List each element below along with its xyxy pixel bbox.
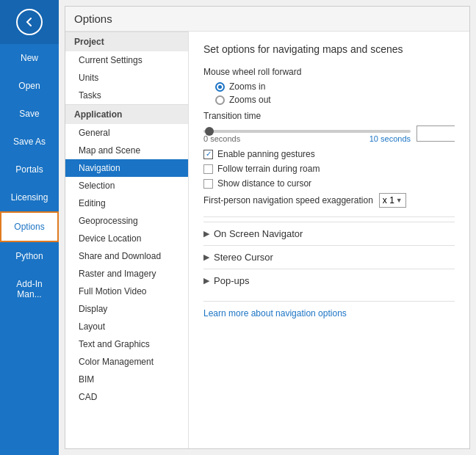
back-circle-icon <box>16 9 43 35</box>
sidebar-item-saveas[interactable]: Save As <box>0 128 59 156</box>
sidebar-item-label: Python <box>15 251 43 261</box>
tree-group-application: Application <box>65 104 188 124</box>
content-area: Set options for navigating maps and scen… <box>189 32 469 448</box>
tree-item-share-download[interactable]: Share and Download <box>65 247 188 265</box>
sidebar-item-save[interactable]: Save <box>0 100 59 128</box>
options-body: Project Current Settings Units Tasks App… <box>65 32 469 448</box>
spinner-input[interactable] <box>417 126 469 141</box>
radio-zoom-out[interactable] <box>215 95 225 105</box>
radio-row-zoom-in[interactable]: Zooms in <box>215 81 455 92</box>
sidebar-item-label: Options <box>14 222 44 232</box>
radio-zoom-in-label: Zooms in <box>229 81 265 92</box>
back-button[interactable] <box>0 0 59 44</box>
tree-item-editing[interactable]: Editing <box>65 194 188 212</box>
radio-group-zoom: Zooms in Zooms out <box>215 81 455 105</box>
tree-item-general[interactable]: General <box>65 124 188 142</box>
sidebar-item-licensing[interactable]: Licensing <box>0 183 59 211</box>
expand-arrow-stereo: ▶ <box>203 252 209 262</box>
options-panel: Options Project Current Settings Units T… <box>65 6 470 449</box>
tree-item-bim[interactable]: BIM <box>65 371 188 388</box>
expandable-label-stereo: Stereo Cursor <box>214 252 273 263</box>
speed-value: x 1 <box>383 195 394 205</box>
divider-1 <box>203 216 455 217</box>
tree-item-raster-imagery[interactable]: Raster and Imagery <box>65 265 188 283</box>
sidebar-item-python[interactable]: Python <box>0 242 59 270</box>
checkbox-row-panning[interactable]: Enable panning gestures <box>203 149 455 159</box>
expandable-header-popups: ▶ Pop-ups <box>203 275 455 286</box>
tree-item-device-location[interactable]: Device Location <box>65 230 188 247</box>
sidebar-item-open[interactable]: Open <box>0 72 59 100</box>
speed-select[interactable]: x 1 ▼ <box>379 193 406 208</box>
sidebar-item-label: Licensing <box>11 192 48 203</box>
expandable-stereo-cursor[interactable]: ▶ Stereo Cursor <box>203 245 455 269</box>
speed-dropdown-icon: ▼ <box>396 197 403 204</box>
tree-item-color-management[interactable]: Color Management <box>65 353 188 371</box>
slider-max-label: 10 seconds <box>369 134 411 143</box>
slider-labels: 0 seconds 10 seconds <box>203 134 411 143</box>
sidebar-item-label: Add-In Man... <box>3 279 56 299</box>
tree-item-geoprocessing[interactable]: Geoprocessing <box>65 212 188 230</box>
sidebar-item-new[interactable]: New <box>0 44 59 72</box>
sidebar: New Open Save Save As Portals Licensing … <box>0 0 59 455</box>
options-header: Options <box>65 7 469 32</box>
tree-item-layout[interactable]: Layout <box>65 318 188 335</box>
tree-item-selection[interactable]: Selection <box>65 177 188 194</box>
content-title: Set options for navigating maps and scen… <box>203 43 455 55</box>
slider-row: 0 seconds 10 seconds ▲ ▼ <box>203 124 455 143</box>
tree-item-current-settings[interactable]: Current Settings <box>65 51 188 69</box>
tree-item-full-motion-video[interactable]: Full Motion Video <box>65 283 188 300</box>
mouse-wheel-label: Mouse wheel roll forward <box>203 67 455 77</box>
tree-item-units[interactable]: Units <box>65 69 188 87</box>
checkbox-row-distance[interactable]: Show distance to cursor <box>203 178 455 189</box>
expandable-label-on-screen: On Screen Navigator <box>214 228 303 239</box>
link-row: Learn more about navigation options <box>203 301 455 318</box>
speed-label: First-person navigation speed exaggerati… <box>203 195 373 205</box>
sidebar-item-label: Save As <box>13 136 46 147</box>
checkbox-panning-label: Enable panning gestures <box>217 149 315 159</box>
tree-item-navigation[interactable]: Navigation <box>65 159 188 177</box>
checkbox-panning[interactable] <box>203 150 213 159</box>
expandable-label-popups: Pop-ups <box>214 275 249 286</box>
expand-arrow-popups: ▶ <box>203 276 209 285</box>
radio-zoom-out-label: Zooms out <box>229 95 271 105</box>
nav-tree-scroll[interactable]: Project Current Settings Units Tasks App… <box>65 32 188 448</box>
speed-row: First-person navigation speed exaggerati… <box>203 193 455 208</box>
tree-item-map-and-scene[interactable]: Map and Scene <box>65 142 188 159</box>
main-area: Options Project Current Settings Units T… <box>59 0 476 455</box>
slider-thumb[interactable] <box>205 127 214 136</box>
sidebar-item-label: Open <box>18 81 40 91</box>
expandable-popups[interactable]: ▶ Pop-ups <box>203 269 455 292</box>
options-title: Options <box>74 12 112 25</box>
radio-row-zoom-out[interactable]: Zooms out <box>215 95 455 105</box>
spinner-box[interactable]: ▲ ▼ <box>416 125 455 142</box>
checkbox-row-terrain[interactable]: Follow terrain during roam <box>203 164 455 174</box>
radio-zoom-in[interactable] <box>215 82 225 92</box>
checkbox-distance-label: Show distance to cursor <box>217 178 311 189</box>
sidebar-item-label: Save <box>19 109 39 119</box>
tree-group-project: Project <box>65 32 188 51</box>
tree-item-tasks[interactable]: Tasks <box>65 87 188 104</box>
sidebar-item-options[interactable]: Options <box>0 211 59 242</box>
learn-more-link[interactable]: Learn more about navigation options <box>203 308 347 318</box>
tree-item-cad[interactable]: CAD <box>65 388 188 406</box>
transition-label: Transition time <box>203 111 261 121</box>
sidebar-item-addin[interactable]: Add-In Man... <box>0 270 59 308</box>
nav-tree-container: Project Current Settings Units Tasks App… <box>65 32 189 448</box>
expandable-header-on-screen: ▶ On Screen Navigator <box>203 228 455 239</box>
slider-track[interactable] <box>203 130 411 133</box>
sidebar-item-label: New <box>21 53 38 63</box>
checkbox-distance[interactable] <box>203 179 213 189</box>
expandable-header-stereo: ▶ Stereo Cursor <box>203 252 455 263</box>
checkbox-terrain-label: Follow terrain during roam <box>217 164 320 174</box>
slider-container: 0 seconds 10 seconds <box>203 124 411 143</box>
tree-item-display[interactable]: Display <box>65 300 188 318</box>
sidebar-item-label: Portals <box>15 164 43 175</box>
checkbox-terrain[interactable] <box>203 164 213 174</box>
sidebar-item-portals[interactable]: Portals <box>0 156 59 183</box>
expand-arrow-on-screen: ▶ <box>203 229 209 239</box>
tree-item-text-graphics[interactable]: Text and Graphics <box>65 335 188 353</box>
expandable-on-screen-nav[interactable]: ▶ On Screen Navigator <box>203 222 455 245</box>
transition-row: Transition time <box>203 111 455 121</box>
